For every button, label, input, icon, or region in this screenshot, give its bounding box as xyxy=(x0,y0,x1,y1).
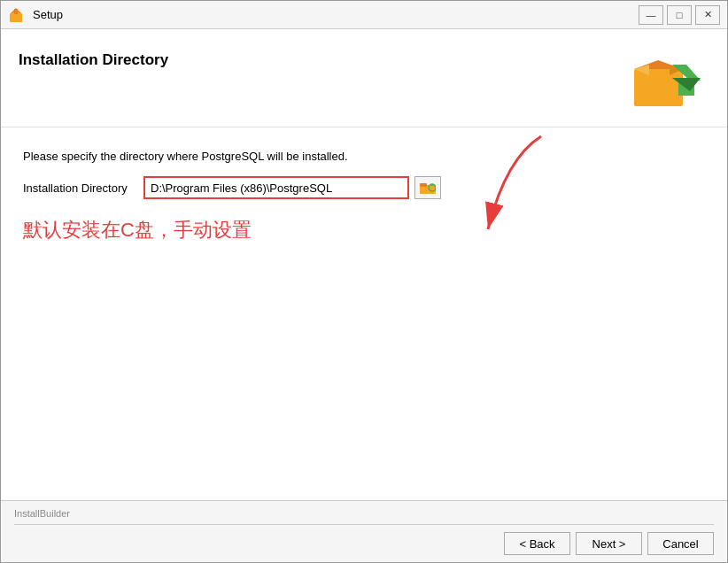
title-setup-icon xyxy=(8,6,26,24)
installation-directory-input[interactable] xyxy=(143,176,409,199)
maximize-button[interactable]: □ xyxy=(667,5,692,25)
svg-rect-4 xyxy=(634,69,683,106)
header-section: Installation Directory xyxy=(1,29,727,127)
browse-button[interactable] xyxy=(414,176,441,199)
brand-label: InstallBuilder xyxy=(14,508,714,519)
svg-rect-3 xyxy=(14,9,18,14)
main-content: Please specify the directory where Postg… xyxy=(1,127,727,500)
close-button[interactable]: ✕ xyxy=(695,5,720,25)
field-label: Installation Directory xyxy=(23,181,138,195)
content-area: Installation Directory xyxy=(1,29,727,562)
svg-rect-13 xyxy=(420,183,427,187)
header-box-icon xyxy=(630,47,701,113)
page-title: Installation Directory xyxy=(19,51,168,69)
footer-divider xyxy=(14,524,714,525)
svg-rect-0 xyxy=(10,13,22,22)
back-button[interactable]: < Back xyxy=(504,532,570,555)
cancel-button[interactable]: Cancel xyxy=(647,532,714,555)
footer-section: InstallBuilder < Back Next > Cancel xyxy=(1,500,727,562)
description-text: Please specify the directory where Postg… xyxy=(23,150,705,163)
title-bar-controls: — □ ✕ xyxy=(639,5,720,25)
field-row: Installation Directory xyxy=(23,176,705,199)
footer-buttons: < Back Next > Cancel xyxy=(14,532,714,555)
annotation-text: 默认安装在C盘，手动设置 xyxy=(23,217,705,243)
folder-icon xyxy=(420,181,436,194)
setup-window: Setup — □ ✕ Installation Directory xyxy=(0,0,728,563)
minimize-button[interactable]: — xyxy=(639,5,663,25)
window-title: Setup xyxy=(33,8,63,21)
next-button[interactable]: Next > xyxy=(576,532,642,555)
title-bar-left: Setup xyxy=(8,6,63,24)
title-bar: Setup — □ ✕ xyxy=(1,1,727,29)
